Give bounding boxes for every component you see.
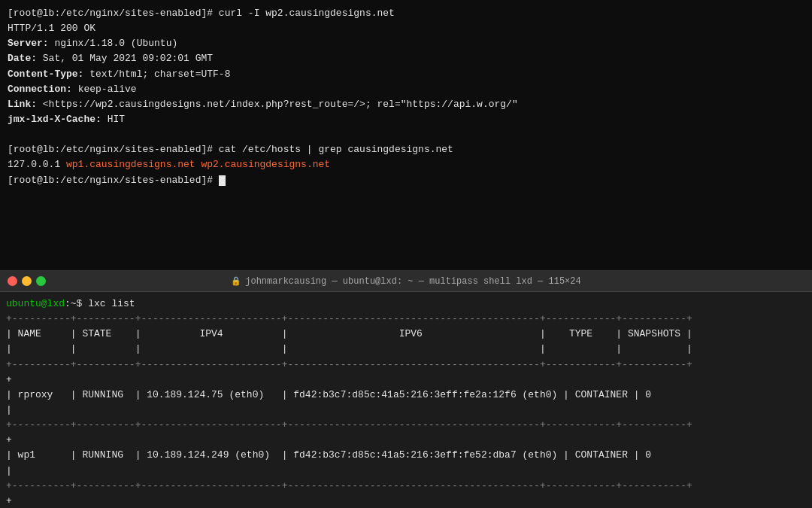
table-row-rproxy: | rproxy | RUNNING | 10.189.124.75 (eth0…	[6, 389, 651, 400]
close-button[interactable]	[8, 276, 17, 286]
lock-icon: 🔒	[231, 276, 241, 286]
minimize-button[interactable]	[22, 276, 32, 286]
table-top-border: +----------+----------+-----------------…	[6, 313, 692, 324]
line-1: [root@lb:/etc/nginx/sites-enabled]# curl…	[8, 8, 395, 19]
bottom-terminal-pane: 🔒 johnmarkcausing — ubuntu@lxd: ~ — mult…	[0, 271, 812, 508]
terminal-title: johnmarkcausing — ubuntu@lxd: ~ — multip…	[245, 276, 580, 287]
line-8: jmx-lxd-X-Cache: HIT	[8, 114, 125, 125]
table-row1-border: +----------+----------+-----------------…	[6, 419, 692, 430]
line-10: 127.0.0.1 wp1.causingdesigns.net wp2.cau…	[8, 159, 330, 170]
lxc-output: ubuntu@lxd:~$ lxc list +----------+-----…	[6, 297, 806, 508]
maximize-button[interactable]	[36, 276, 46, 286]
line-5: Content-Type: text/html; charset=UTF-8	[8, 68, 230, 80]
table-bottom-spacer: +	[6, 495, 12, 506]
title-bar-text: 🔒 johnmarkcausing — ubuntu@lxd: ~ — mult…	[231, 276, 580, 287]
title-bar: 🔒 johnmarkcausing — ubuntu@lxd: ~ — mult…	[0, 271, 812, 292]
top-terminal-pane: [root@lb:/etc/nginx/sites-enabled]# curl…	[0, 0, 812, 271]
prompt-suffix: :~$	[65, 298, 82, 309]
table-row-wp1: | wp1 | RUNNING | 10.189.124.249 (eth0) …	[6, 449, 651, 461]
table-row2-border: +----------+----------+-----------------…	[6, 480, 692, 491]
table-row-rproxy-2: |	[6, 404, 12, 415]
window-controls	[8, 276, 46, 286]
line-4: Date: Sat, 01 May 2021 09:02:01 GMT	[8, 53, 213, 64]
command-text: lxc list	[82, 298, 135, 309]
line-2: HTTP/1.1 200 OK	[8, 23, 95, 34]
table-header-row: | NAME | STATE | IPV4 | IPV6 | TYPE | SN…	[6, 328, 692, 339]
line-11: [root@lb:/etc/nginx/sites-enabled]#	[8, 175, 226, 186]
bottom-terminal-content[interactable]: ubuntu@lxd:~$ lxc list +----------+-----…	[0, 292, 812, 508]
top-terminal-content: [root@lb:/etc/nginx/sites-enabled]# curl…	[8, 6, 804, 188]
line-6: Connection: keep-alive	[8, 84, 137, 95]
table-spacer-2: +	[6, 434, 12, 446]
line-3: Server: nginx/1.18.0 (Ubuntu)	[8, 38, 177, 49]
line-7: Link: <https://wp2.causingdesigns.net/in…	[8, 99, 518, 110]
table-row-wp1-2: |	[6, 465, 12, 476]
table-divider-1: | | | | | | |	[6, 343, 692, 354]
prompt-text: ubuntu@lxd	[6, 298, 65, 309]
table-header-border: +----------+----------+-----------------…	[6, 359, 692, 370]
line-9: [root@lb:/etc/nginx/sites-enabled]# cat …	[8, 144, 453, 155]
table-spacer-1: +	[6, 374, 12, 385]
prompt-line: ubuntu@lxd:~$ lxc list	[6, 298, 135, 309]
